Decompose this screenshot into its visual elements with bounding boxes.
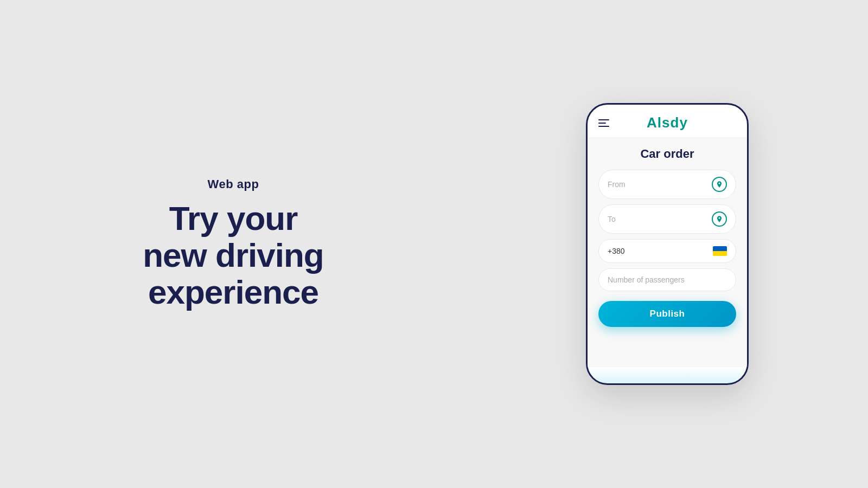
menu-line-2 [598, 123, 606, 124]
left-section: Web app Try your new driving experience [0, 177, 467, 311]
phone-body: Car order From To [588, 138, 747, 367]
phone-input-group[interactable]: +380 [598, 239, 736, 263]
from-location-icon [712, 177, 727, 192]
to-placeholder: To [608, 215, 616, 223]
right-section: Alsdy Car order From To [467, 103, 868, 385]
flag-blue [713, 246, 727, 251]
passengers-input-group[interactable]: Number of passengers [598, 268, 736, 291]
web-app-label: Web app [208, 177, 259, 191]
from-input-group[interactable]: From [598, 170, 736, 199]
publish-button[interactable]: Publish [598, 301, 736, 327]
phone-prefix: +380 [608, 247, 625, 255]
to-input-group[interactable]: To [598, 204, 736, 234]
page: Web app Try your new driving experience … [0, 0, 868, 488]
headline-line1: Try your [169, 200, 298, 237]
to-location-icon [712, 211, 727, 227]
car-order-title: Car order [598, 147, 736, 161]
flag-yellow [713, 251, 727, 256]
menu-line-3 [598, 126, 609, 127]
hamburger-menu-icon[interactable] [598, 119, 609, 127]
headline-line3: experience [148, 273, 318, 311]
phone-frame: Alsdy Car order From To [586, 103, 749, 385]
menu-line-1 [598, 119, 609, 120]
passengers-placeholder: Number of passengers [608, 275, 685, 284]
headline: Try your new driving experience [143, 200, 323, 311]
app-logo: Alsdy [647, 114, 688, 131]
from-placeholder: From [608, 180, 626, 189]
ukraine-flag-icon [713, 246, 727, 256]
headline-line2: new driving [143, 236, 323, 274]
bottom-glow [588, 367, 747, 383]
phone-header: Alsdy [588, 105, 747, 138]
